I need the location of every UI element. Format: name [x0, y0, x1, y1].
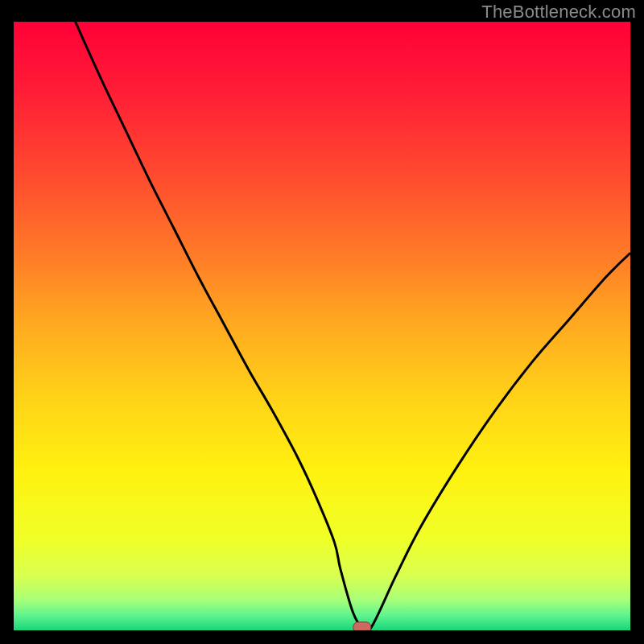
optimal-point-marker — [353, 622, 371, 630]
chart-background-gradient — [14, 22, 630, 630]
watermark-text: TheBottleneck.com — [481, 2, 636, 23]
app-frame: TheBottleneck.com — [0, 0, 644, 644]
bottleneck-chart — [14, 22, 630, 630]
